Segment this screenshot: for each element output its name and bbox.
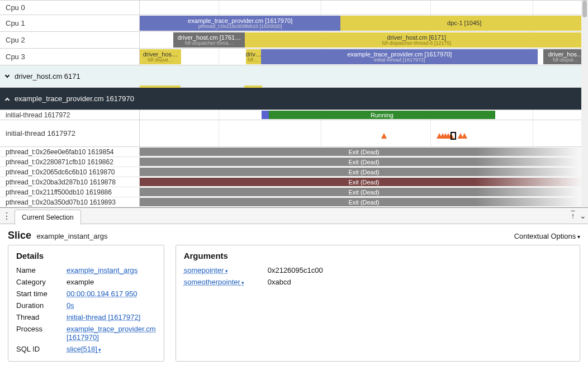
- label-process: Process: [16, 325, 67, 341]
- thread-dead-row[interactable]: pthread_t:0x211ff500db10 1619886Exit (De…: [0, 187, 588, 197]
- argument-value: 0xabcd: [268, 278, 572, 286]
- cpu-slice[interactable]: driver_host.cm [1761…fdf-dispatcher-thre…: [173, 32, 245, 48]
- mini-slice[interactable]: [140, 86, 181, 88]
- thread-dead-row[interactable]: pthread_t:0x20a350d07b10 1619893Exit (De…: [0, 197, 588, 207]
- mini-slice[interactable]: [244, 86, 262, 88]
- value-sql-id[interactable]: slice[518]: [67, 345, 101, 353]
- cpu-row-label: Cpu 1: [0, 15, 140, 31]
- cpu-slice[interactable]: example_trace_provider.cm [1617970]pthre…: [140, 16, 340, 31]
- arguments-panel: Arguments somepointer0x2126095c1c00someo…: [176, 245, 580, 362]
- slice-heading: Slice: [8, 230, 31, 241]
- thread-state-slice[interactable]: [262, 111, 269, 119]
- thread-exit-slice[interactable]: Exit (Dead): [140, 168, 588, 176]
- track-group-label: driver_host.cm 6171: [15, 72, 80, 80]
- details-tabbar: ⋮ Current Selection ↑ ⌄: [0, 207, 588, 224]
- chevron-down-icon[interactable]: [5, 73, 10, 77]
- value-start-time[interactable]: 00:00:00.194 617 950: [67, 290, 156, 298]
- cpu-row-label: Cpu 3: [0, 49, 140, 65]
- details-heading: Details: [16, 251, 156, 260]
- track-group-example-provider[interactable]: example_trace_provider.cm 1617970: [0, 88, 588, 110]
- slice-titlebar: Slice example_instant_args Contextual Op…: [0, 224, 588, 245]
- label-sql-id: SQL ID: [16, 345, 67, 353]
- thread-exit-slice[interactable]: Exit (Dead): [140, 158, 588, 166]
- cpu-slice[interactable]: driv…fdf-…: [246, 49, 261, 64]
- cpu-row[interactable]: Cpu 3driver_hos…fdf-dispat…driv…fdf-…exa…: [0, 49, 588, 65]
- value-process[interactable]: example_trace_provider.cm [1617970]: [67, 325, 156, 341]
- thread-row-label: pthread_t:0x2280871cfb10 1619862: [0, 157, 140, 167]
- label-start-time: Start time: [16, 290, 67, 298]
- panel-move-top-icon[interactable]: ↑: [568, 211, 578, 220]
- tracks-scrollbar[interactable]: [581, 1, 588, 207]
- thread-exit-slice[interactable]: Exit (Dead): [140, 148, 588, 156]
- instant-event-marker[interactable]: [381, 133, 387, 139]
- value-category: example: [67, 278, 156, 286]
- cpu-row-label: Cpu 0: [0, 1, 140, 15]
- arguments-heading: Arguments: [184, 251, 572, 260]
- timeline-tracks[interactable]: Cpu 0Cpu 1example_trace_provider.cm [161…: [0, 0, 588, 207]
- tab-current-selection[interactable]: Current Selection: [15, 210, 81, 225]
- thread-row-label: pthread_t:0x2065dc6c6b10 1619870: [0, 167, 140, 177]
- thread-exit-slice[interactable]: Exit (Dead): [140, 178, 588, 186]
- thread-row-label: pthread_t:0x26ee0e6fab10 1619854: [0, 147, 140, 156]
- thread-running-slice[interactable]: Running: [269, 111, 495, 119]
- selected-event-indicator[interactable]: [451, 132, 456, 140]
- track-group-label: example_trace_provider.cm 1617970: [15, 94, 134, 103]
- cpu-slice[interactable]: dpc-1 [1045]: [340, 16, 588, 31]
- label-name: Name: [16, 266, 67, 274]
- thread-dead-row[interactable]: pthread_t:0x2280871cfb10 1619862Exit (De…: [0, 157, 588, 167]
- cpu-slice[interactable]: example_trace_provider.cm [1617970]initi…: [261, 49, 538, 64]
- label-category: Category: [16, 278, 67, 286]
- thread-dead-row[interactable]: pthread_t:0x2065dc6c6b10 1619870Exit (De…: [0, 167, 588, 177]
- details-panel: Details Name example_instant_args Catego…: [8, 245, 164, 362]
- argument-key[interactable]: someotherpointer: [184, 278, 268, 286]
- instant-event-marker[interactable]: [462, 133, 467, 139]
- thread-dead-row[interactable]: pthread_t:0x20ba3d287b10 1619878Exit (De…: [0, 177, 588, 187]
- scrollbar-thumb[interactable]: [582, 1, 587, 17]
- argument-value: 0x2126095c1c00: [268, 266, 572, 274]
- cpu-slice[interactable]: driver_host.cm [6171]fdf-dispatcher-thre…: [245, 32, 588, 48]
- value-name[interactable]: example_instant_args: [67, 266, 156, 274]
- argument-key[interactable]: somepointer: [184, 266, 268, 274]
- thread-row-label: pthread_t:0x20a350d07b10 1619893: [0, 197, 140, 207]
- kebab-menu-icon[interactable]: ⋮: [0, 211, 13, 221]
- chevron-up-icon[interactable]: [5, 97, 10, 102]
- value-duration[interactable]: 0s: [67, 301, 156, 310]
- cpu-row[interactable]: Cpu 0: [0, 1, 588, 15]
- thread-row-label: initial-thread 1617972: [0, 110, 140, 120]
- thread-dead-row[interactable]: pthread_t:0x26ee0e6fab10 1619854Exit (De…: [0, 147, 588, 157]
- instant-events-row[interactable]: initial-thread 1617972: [0, 120, 588, 147]
- details-panels: Details Name example_instant_args Catego…: [0, 245, 588, 369]
- cpu-slice[interactable]: driver_hos…fdf-dispat…: [140, 49, 181, 64]
- label-thread: Thread: [16, 313, 67, 321]
- cpu-row[interactable]: Cpu 1example_trace_provider.cm [1617970]…: [0, 15, 588, 32]
- thread-row-label: initial-thread 1617972: [0, 120, 140, 146]
- thread-row-label: pthread_t:0x20ba3d287b10 1619878: [0, 177, 140, 187]
- thread-exit-slice[interactable]: Exit (Dead): [140, 188, 588, 196]
- slice-name: example_instant_args: [36, 232, 107, 240]
- thread-row-label: pthread_t:0x211ff500db10 1619886: [0, 187, 140, 197]
- value-thread[interactable]: initial-thread [1617972]: [67, 313, 156, 321]
- cpu-row-label: Cpu 2: [0, 32, 140, 48]
- thread-state-row[interactable]: initial-thread 1617972Running: [0, 110, 588, 120]
- label-duration: Duration: [16, 301, 67, 310]
- contextual-options-dropdown[interactable]: Contextual Options: [514, 232, 580, 240]
- panel-collapse-icon[interactable]: ⌄: [578, 211, 588, 220]
- thread-exit-slice[interactable]: Exit (Dead): [140, 198, 588, 206]
- track-group-driver-host[interactable]: driver_host.cm 6171: [0, 65, 588, 88]
- cpu-row[interactable]: Cpu 2driver_host.cm [1761…fdf-dispatcher…: [0, 32, 588, 49]
